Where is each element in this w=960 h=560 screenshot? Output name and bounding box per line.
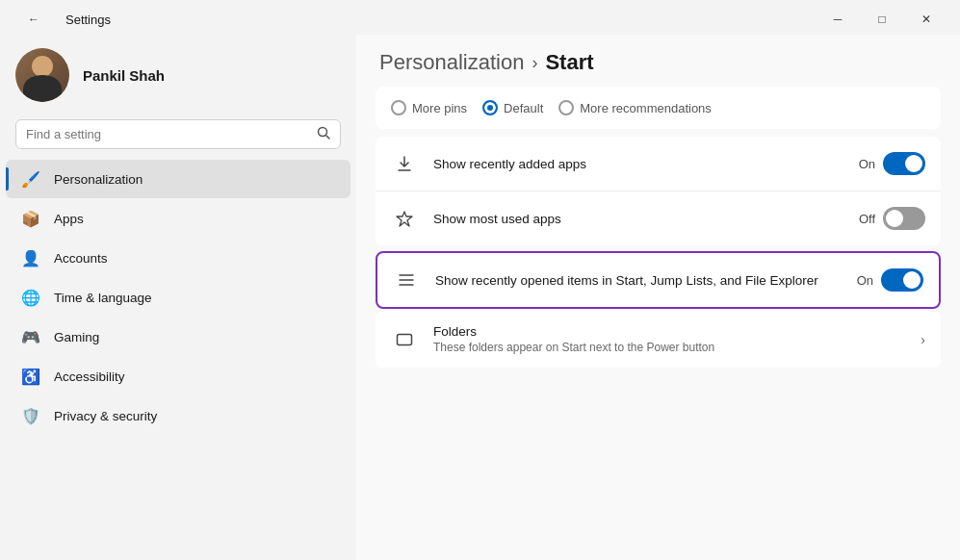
apps-icon: 📦 — [21, 209, 40, 228]
toggle-recently-opened[interactable] — [881, 268, 923, 292]
breadcrumb-parent: Personalization — [379, 50, 524, 75]
setting-row-folders[interactable]: Folders These folders appear on Start ne… — [376, 311, 941, 368]
radio-more-pins — [391, 100, 406, 115]
gaming-icon: 🎮 — [21, 327, 40, 346]
recently-opened-text: Show recently opened items in Start, Jum… — [435, 273, 842, 288]
sidebar-item-time-language[interactable]: 🌐 Time & language — [6, 278, 350, 317]
toggle-most-used[interactable] — [883, 207, 925, 230]
layout-options-card: More pins Default More recommendations — [376, 87, 941, 129]
sidebar-item-accounts[interactable]: 👤 Accounts — [6, 239, 350, 277]
sidebar-item-privacy-security[interactable]: 🛡️ Privacy & security — [6, 396, 350, 435]
app-title: Settings — [65, 13, 111, 27]
layout-label: More pins — [412, 101, 467, 115]
nav-list: 🖌️ Personalization 📦 Apps 👤 Accounts 🌐 T… — [0, 159, 356, 436]
layout-option-more-recommendations[interactable]: More recommendations — [558, 100, 712, 115]
layout-option-more-pins[interactable]: More pins — [391, 100, 467, 115]
svg-rect-7 — [398, 334, 412, 344]
user-profile[interactable]: Pankil Shah — [0, 35, 356, 115]
chevron-icon: › — [921, 332, 925, 347]
title-bar: ← Settings ─ □ ✕ — [0, 0, 960, 35]
recently-added-text: Show recently added apps — [433, 157, 843, 171]
accounts-icon: 👤 — [21, 248, 40, 267]
search-box[interactable] — [15, 119, 341, 149]
time-language-label: Time & language — [54, 291, 152, 305]
setting-row-most-used[interactable]: Show most used apps Off — [376, 191, 941, 245]
toggle-thumb-recently-added — [905, 155, 922, 172]
privacy-security-label: Privacy & security — [54, 409, 157, 423]
setting-row-recently-added[interactable]: Show recently added apps On — [376, 137, 941, 191]
layout-label: Default — [504, 101, 543, 115]
recently-opened-control: On — [857, 268, 923, 292]
breadcrumb-current: Start — [545, 50, 593, 75]
personalization-icon: 🖌️ — [21, 169, 40, 189]
maximize-button[interactable]: □ — [860, 6, 904, 33]
time-language-icon: 🌐 — [21, 288, 40, 307]
setting-row-recently-opened[interactable]: Show recently opened items in Start, Jum… — [376, 251, 941, 309]
minimize-button[interactable]: ─ — [816, 6, 860, 33]
main-settings-card: Folders These folders appear on Start ne… — [376, 311, 941, 368]
search-input[interactable] — [26, 127, 309, 141]
app-body: Pankil Shah 🖌️ Personalization 📦 Apps 👤 … — [0, 35, 960, 560]
window-controls: ─ □ ✕ — [816, 6, 948, 33]
most-used-icon — [391, 205, 418, 232]
avatar — [15, 48, 69, 102]
breadcrumb-separator: › — [532, 53, 537, 73]
accessibility-icon: ♿ — [21, 367, 40, 386]
layout-option-default[interactable]: Default — [482, 100, 543, 115]
personalization-label: Personalization — [54, 172, 143, 187]
apps-label: Apps — [54, 212, 84, 226]
main-settings-card: Show recently added apps On Show most us… — [376, 137, 941, 245]
close-button[interactable]: ✕ — [904, 6, 948, 33]
most-used-control: Off — [859, 207, 925, 230]
sidebar-item-personalization[interactable]: 🖌️ Personalization — [6, 160, 350, 198]
svg-line-1 — [326, 136, 330, 140]
layout-label: More recommendations — [580, 101, 712, 115]
recently-added-title: Show recently added apps — [433, 157, 843, 171]
settings-rows: Show recently added apps On Show most us… — [376, 137, 941, 373]
toggle-recently-added[interactable] — [883, 152, 925, 175]
folders-icon — [391, 326, 418, 353]
content-area: Personalization › Start More pins Defaul… — [356, 35, 960, 560]
layout-options: More pins Default More recommendations — [391, 100, 925, 115]
status-label-recently-opened: On — [857, 273, 873, 288]
settings-list: More pins Default More recommendations S… — [356, 87, 960, 373]
recently-added-control: On — [859, 152, 925, 175]
user-name: Pankil Shah — [83, 67, 165, 84]
avatar-image — [15, 48, 69, 102]
radio-default — [482, 100, 498, 115]
recently-opened-icon — [393, 267, 420, 293]
recently-opened-title: Show recently opened items in Start, Jum… — [435, 273, 842, 288]
toggle-thumb-recently-opened — [903, 271, 921, 289]
folders-subtitle: These folders appear on Start next to th… — [433, 341, 905, 354]
sidebar: Pankil Shah 🖌️ Personalization 📦 Apps 👤 … — [0, 35, 356, 560]
folders-title: Folders — [433, 324, 905, 339]
most-used-text: Show most used apps — [433, 212, 843, 226]
toggle-thumb-most-used — [886, 210, 903, 227]
status-label-most-used: Off — [859, 212, 875, 226]
back-button[interactable]: ← — [12, 6, 56, 33]
breadcrumb: Personalization › Start — [356, 35, 960, 87]
search-container — [0, 115, 356, 159]
accounts-label: Accounts — [54, 251, 108, 266]
most-used-title: Show most used apps — [433, 212, 843, 226]
svg-marker-3 — [397, 212, 412, 226]
folders-control: › — [921, 332, 925, 347]
gaming-label: Gaming — [54, 330, 99, 344]
sidebar-item-accessibility[interactable]: ♿ Accessibility — [6, 357, 350, 395]
accessibility-label: Accessibility — [54, 369, 125, 384]
recently-added-icon — [391, 150, 418, 177]
privacy-security-icon: 🛡️ — [21, 406, 40, 425]
sidebar-item-apps[interactable]: 📦 Apps — [6, 199, 350, 238]
status-label-recently-added: On — [859, 157, 875, 171]
layout-options-row: More pins Default More recommendations — [376, 87, 941, 129]
sidebar-item-gaming[interactable]: 🎮 Gaming — [6, 318, 350, 356]
search-icon — [317, 126, 330, 142]
radio-more-recommendations — [558, 100, 574, 115]
folders-text: Folders These folders appear on Start ne… — [433, 324, 905, 354]
